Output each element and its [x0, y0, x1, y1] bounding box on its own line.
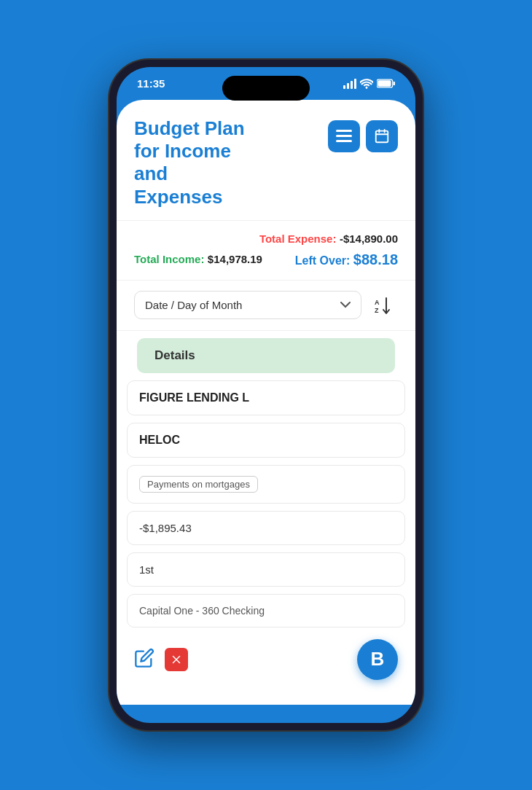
wifi-icon [360, 79, 373, 89]
total-expense-row: Total Expense: -$14,890.00 [134, 232, 398, 246]
list-item-category: Payments on mortgages [127, 465, 405, 504]
account-name: Capital One - 360 Checking [139, 605, 393, 617]
income-group: Total Income: $14,978.19 [134, 253, 262, 266]
list-item-account: Capital One - 360 Checking [127, 594, 405, 627]
details-header: Details [137, 338, 395, 373]
summary-section: Total Expense: -$14,890.00 Total Income:… [117, 221, 415, 281]
leftover-label: Left Over: [295, 254, 351, 267]
list-item-loan-type: HELOC [127, 423, 405, 458]
svg-text:Z: Z [375, 307, 379, 314]
phone-frame: 11:35 [109, 60, 423, 730]
calendar-view-button[interactable] [366, 120, 398, 152]
list-item-lender: FIGURE LENDING L [127, 380, 405, 415]
svg-rect-5 [336, 140, 352, 142]
app-header: Budget Plan for Income and Expenses [117, 100, 415, 221]
sort-button[interactable]: A Z [369, 291, 398, 320]
brand-logo: B [371, 648, 385, 670]
battery-icon [377, 79, 395, 88]
brand-button[interactable]: B [357, 639, 398, 680]
loan-type: HELOC [139, 434, 393, 447]
entry-date: 1st [139, 563, 393, 576]
list-item-date: 1st [127, 552, 405, 587]
total-income-label: Total Income: [134, 253, 204, 265]
status-time: 11:35 [137, 77, 165, 90]
svg-rect-6 [376, 131, 388, 143]
details-label: Details [154, 348, 195, 362]
date-dropdown[interactable]: Date / Day of Month [134, 291, 361, 319]
total-expense-label: Total Expense: [259, 232, 337, 245]
entry-amount: -$1,895.43 [139, 522, 393, 534]
chevron-down-icon [340, 302, 351, 308]
status-icons [343, 79, 395, 89]
sort-az-icon: A Z [373, 295, 394, 316]
phone-screen: 11:35 [117, 67, 415, 723]
filter-row: Date / Day of Month A Z [117, 281, 415, 331]
svg-text:A: A [375, 299, 380, 306]
total-income-value: $14,978.19 [208, 253, 262, 265]
delete-icon [170, 653, 183, 666]
list-view-button[interactable] [328, 120, 360, 152]
edit-button[interactable] [134, 648, 154, 671]
total-expense-value: -$14,890.00 [340, 232, 398, 245]
leftover-group: Left Over: $88.18 [295, 251, 398, 268]
date-dropdown-label: Date / Day of Month [145, 299, 242, 311]
category-tag: Payments on mortgages [139, 476, 258, 493]
view-toggle-buttons [328, 120, 398, 152]
svg-rect-1 [394, 82, 396, 85]
income-leftover-row: Total Income: $14,978.19 Left Over: $88.… [134, 251, 398, 268]
edit-icon [134, 648, 154, 668]
svg-rect-4 [336, 135, 352, 137]
action-row: B [117, 627, 415, 680]
dynamic-island [222, 76, 310, 101]
svg-rect-2 [378, 80, 391, 86]
leftover-value: $88.18 [353, 251, 398, 267]
app-title: Budget Plan for Income and Expenses [134, 117, 245, 208]
entry-list: FIGURE LENDING L HELOC Payments on mortg… [117, 380, 415, 627]
app-content: Budget Plan for Income and Expenses [117, 100, 415, 705]
delete-button[interactable] [165, 648, 188, 671]
signal-icon [343, 79, 356, 89]
svg-rect-3 [336, 130, 352, 132]
lender-name: FIGURE LENDING L [139, 391, 393, 404]
action-icons [134, 648, 188, 671]
list-item-amount: -$1,895.43 [127, 511, 405, 545]
